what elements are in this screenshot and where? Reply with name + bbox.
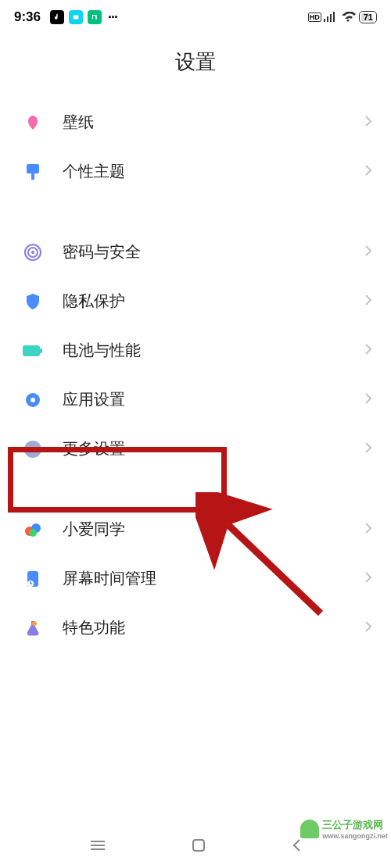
row-label: 屏幕时间管理 — [63, 568, 364, 589]
wallpaper-icon — [17, 113, 48, 132]
screen-time-icon — [17, 570, 48, 588]
row-battery-performance[interactable]: 电池与性能 — [0, 326, 391, 375]
row-label: 电池与性能 — [63, 340, 364, 361]
row-xiaoai[interactable]: 小爱同学 — [0, 505, 391, 554]
hd-badge: HD — [308, 13, 321, 22]
row-wallpaper[interactable]: 壁纸 — [0, 98, 391, 147]
row-label: 特色功能 — [63, 617, 364, 638]
nav-home-button[interactable] — [192, 838, 206, 852]
svg-point-9 — [30, 398, 35, 402]
row-password-security[interactable]: 密码与安全 — [0, 227, 391, 277]
tiktok-icon — [50, 10, 64, 24]
navigation-bar — [0, 823, 391, 868]
gear-icon — [17, 391, 48, 409]
svg-rect-1 — [27, 164, 39, 173]
chevron-right-icon — [364, 164, 372, 180]
status-left: 9:36 ··· — [14, 9, 117, 26]
nav-back-button[interactable] — [291, 838, 302, 852]
battery-icon — [17, 345, 48, 357]
row-theme[interactable]: 个性主题 — [0, 147, 391, 196]
signal-icon — [323, 12, 337, 23]
message-app-icon — [69, 10, 83, 24]
status-right: HD 71 — [308, 11, 377, 23]
svg-point-11 — [28, 448, 30, 450]
status-time: 9:36 — [14, 9, 41, 25]
wifi-icon — [340, 12, 356, 23]
more-icon — [17, 440, 48, 459]
row-screen-time[interactable]: 屏幕时间管理 — [0, 554, 391, 603]
svg-point-5 — [31, 251, 34, 254]
nav-recents-button[interactable] — [89, 838, 106, 852]
settings-group-security: 密码与安全 隐私保护 电池与性能 应用设置 — [0, 227, 391, 473]
chevron-right-icon — [364, 522, 372, 538]
row-special-features[interactable]: 特色功能 — [0, 603, 391, 652]
svg-rect-7 — [40, 348, 42, 353]
chevron-right-icon — [364, 392, 372, 408]
mi-app-icon — [88, 10, 102, 24]
chevron-right-icon — [364, 571, 372, 587]
row-more-settings[interactable]: 更多设置 — [0, 424, 391, 473]
chevron-right-icon — [364, 245, 372, 260]
row-app-settings[interactable]: 应用设置 — [0, 375, 391, 424]
chevron-right-icon — [364, 441, 372, 457]
settings-group-appearance: 壁纸 个性主题 — [0, 98, 391, 196]
svg-rect-6 — [23, 345, 40, 356]
svg-rect-2 — [31, 173, 34, 180]
battery-indicator: 71 — [359, 11, 377, 23]
status-bar: 9:36 ··· HD 71 — [0, 0, 391, 31]
chevron-right-icon — [364, 343, 372, 359]
row-label: 应用设置 — [63, 389, 364, 410]
chevron-right-icon — [364, 115, 372, 130]
svg-point-12 — [32, 448, 34, 450]
row-label: 壁纸 — [63, 112, 364, 133]
xiaoai-icon — [17, 520, 48, 539]
chevron-right-icon — [364, 620, 372, 636]
row-label: 个性主题 — [63, 161, 364, 182]
more-notifications-icon: ··· — [108, 9, 117, 26]
page-title: 设置 — [0, 31, 391, 98]
row-label: 隐私保护 — [63, 291, 364, 312]
svg-point-13 — [36, 448, 38, 450]
row-label: 小爱同学 — [63, 519, 364, 540]
row-label: 更多设置 — [63, 438, 364, 459]
theme-icon — [17, 163, 48, 181]
battery-percent: 71 — [361, 13, 373, 22]
fingerprint-icon — [17, 243, 48, 262]
settings-group-features: 小爱同学 屏幕时间管理 特色功能 — [0, 505, 391, 652]
svg-point-19 — [32, 621, 37, 626]
flask-icon — [17, 619, 48, 638]
shield-icon — [17, 292, 48, 311]
chevron-right-icon — [364, 294, 372, 309]
svg-rect-24 — [193, 840, 204, 851]
svg-rect-0 — [74, 16, 79, 20]
svg-point-16 — [29, 529, 37, 537]
row-label: 密码与安全 — [63, 241, 364, 263]
row-privacy[interactable]: 隐私保护 — [0, 277, 391, 326]
